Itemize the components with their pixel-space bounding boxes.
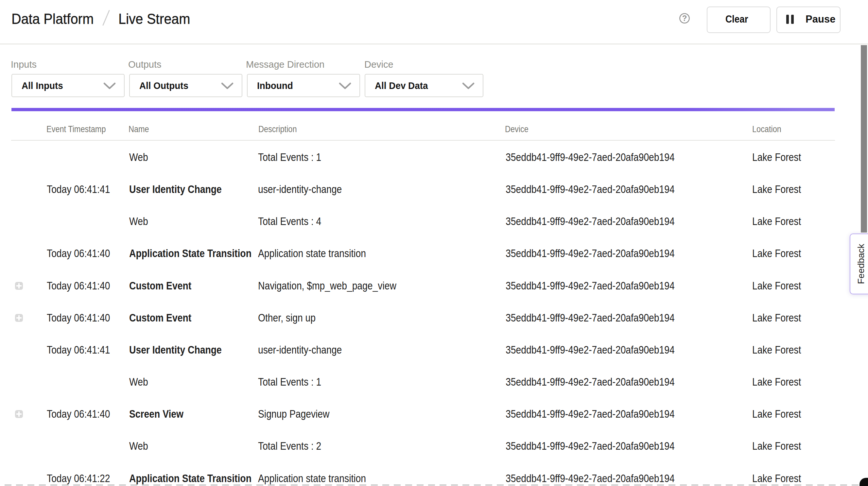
svg-text:?: ? [682,14,687,23]
